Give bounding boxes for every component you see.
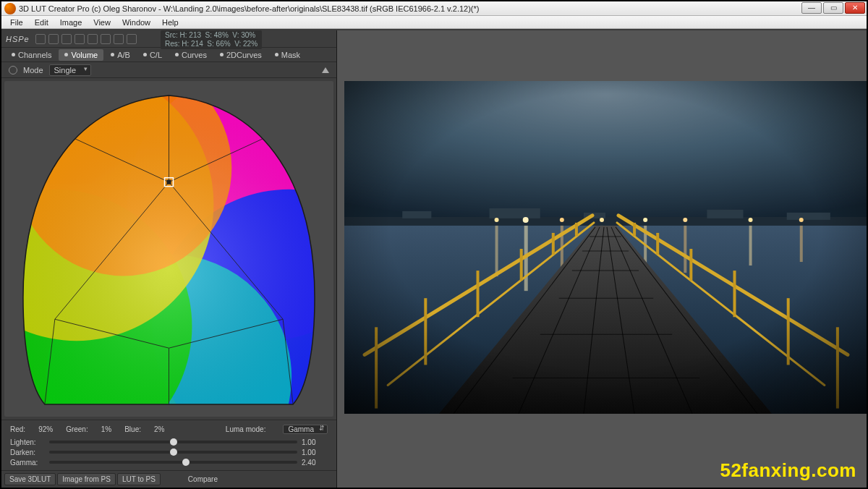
slider-label: Gamma: — [10, 459, 45, 467]
slider-lighten: Lighten: 1.00 — [10, 437, 328, 447]
dot-icon — [12, 53, 15, 56]
slider-track[interactable] — [49, 461, 297, 464]
green-label: Green: — [66, 425, 88, 433]
minimize-button[interactable]: — — [801, 2, 822, 14]
move-tool-icon[interactable] — [35, 34, 46, 44]
menu-file[interactable]: File — [4, 17, 29, 27]
slider-gamma: Gamma: 2.40 — [10, 457, 328, 467]
mode-select[interactable]: Single — [49, 64, 92, 76]
bottom-row: Save 3DLUT Image from PS LUT to PS Compa… — [1, 470, 336, 488]
dot-icon — [175, 53, 179, 56]
mode-label: Mode — [23, 66, 43, 75]
tab-ab[interactable]: A/B — [105, 49, 136, 61]
luma-mode-select[interactable]: Gamma — [283, 425, 328, 434]
menu-help[interactable]: Help — [156, 17, 184, 27]
rgb-readout: Red: 92% Green: 1% Blue: 2% Luma mode: G… — [10, 425, 328, 434]
menu-edit[interactable]: Edit — [29, 17, 54, 27]
rect-tool-icon[interactable] — [75, 34, 85, 44]
reset-tool-icon[interactable] — [127, 34, 137, 44]
blue-label: Blue: — [124, 425, 141, 433]
blue-value: 2% — [154, 425, 164, 433]
menu-view[interactable]: View — [88, 17, 116, 27]
image-preview[interactable] — [344, 81, 867, 414]
mode-row: Mode Single — [1, 62, 336, 78]
dot-icon — [143, 53, 147, 56]
close-button[interactable]: ✕ — [845, 2, 865, 14]
dot-icon — [64, 53, 68, 56]
compare-button[interactable]: Compare — [188, 475, 218, 483]
hand-tool-icon[interactable] — [48, 34, 59, 44]
slider-value: 2.40 — [302, 459, 328, 467]
slider-label: Darken: — [10, 448, 45, 456]
window-titlebar: 3D LUT Creator Pro (c) Oleg Sharonov - W… — [1, 1, 867, 16]
slider-label: Lighten: — [10, 438, 45, 446]
tab-channels[interactable]: Channels — [6, 49, 57, 61]
color-volume[interactable] — [4, 81, 333, 417]
readout-src: Src: H: 213 S: 48% V: 30% — [165, 31, 258, 40]
menu-bar: File Edit Image View Window Help — [1, 16, 867, 29]
rotate-tool-icon[interactable] — [114, 34, 124, 44]
green-value: 1% — [101, 425, 111, 433]
left-panel: HSPe Src: H: 213 S: 48% V: 30% Res: H: 2… — [1, 30, 337, 488]
red-value: 92% — [38, 425, 53, 433]
tab-curves[interactable]: Curves — [169, 49, 213, 61]
watermark: 52fanxing.com — [720, 459, 856, 482]
tab-cl[interactable]: C/L — [137, 49, 168, 61]
slider-track[interactable] — [49, 441, 297, 443]
color-readout: Src: H: 213 S: 48% V: 30% Res: H: 214 S:… — [161, 30, 262, 49]
dot-icon — [111, 53, 114, 56]
lut-to-ps-button[interactable]: LUT to PS — [117, 473, 161, 485]
slider-value: 1.00 — [302, 448, 328, 456]
tab-strip: Channels Volume A/B C/L Curves 2DCurves … — [1, 48, 336, 62]
zoom-tool-icon[interactable] — [101, 34, 111, 44]
svg-rect-68 — [344, 81, 867, 414]
params-area: Red: 92% Green: 1% Blue: 2% Luma mode: G… — [1, 420, 336, 470]
colorspace-label: HSPe — [6, 35, 30, 43]
window-controls: — ▭ ✕ — [800, 2, 865, 15]
app-icon — [4, 3, 16, 14]
dot-icon — [220, 53, 224, 56]
tab-volume[interactable]: Volume — [59, 49, 103, 61]
toolbar: HSPe Src: H: 213 S: 48% V: 30% Res: H: 2… — [1, 30, 336, 48]
maximize-button[interactable]: ▭ — [823, 2, 843, 14]
picker-tool-icon[interactable] — [61, 34, 72, 44]
tab-mask[interactable]: Mask — [269, 49, 306, 61]
slider-knob[interactable] — [170, 448, 177, 456]
slider-value: 1.00 — [302, 438, 328, 446]
readout-res: Res: H: 214 S: 66% V: 22% — [165, 40, 258, 48]
lasso-tool-icon[interactable] — [88, 34, 98, 44]
slider-track[interactable] — [49, 451, 297, 454]
window-title: 3D LUT Creator Pro (c) Oleg Sharonov - W… — [19, 4, 800, 13]
tool-icons — [35, 34, 137, 44]
slider-darken: Darken: 1.00 — [10, 447, 328, 457]
image-from-ps-button[interactable]: Image from PS — [57, 473, 116, 485]
svg-rect-10 — [166, 180, 171, 184]
save-3dlut-button[interactable]: Save 3DLUT — [4, 473, 56, 485]
menu-image[interactable]: Image — [54, 17, 88, 27]
luma-mode-label: Luma mode: — [226, 425, 266, 433]
preview-panel: 52fanxing.com — [337, 30, 867, 488]
mode-toggle-icon[interactable] — [9, 66, 17, 75]
dot-icon — [275, 53, 278, 56]
collapse-icon[interactable] — [322, 67, 329, 73]
menu-window[interactable]: Window — [116, 17, 156, 27]
red-label: Red: — [10, 425, 25, 433]
slider-knob[interactable] — [170, 438, 177, 446]
tab-2dcurves[interactable]: 2DCurves — [214, 49, 268, 61]
slider-knob[interactable] — [182, 459, 190, 466]
